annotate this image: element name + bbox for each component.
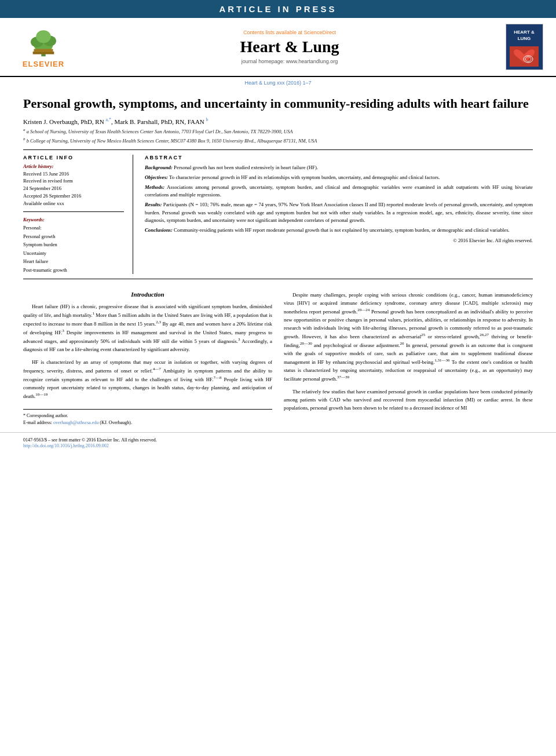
footer-bar: 0147-9563/$ – see front matter © 2016 El… — [0, 432, 556, 451]
abstract-text: Background: Personal growth has not been… — [145, 164, 533, 235]
journal-title: Heart & Lung — [240, 38, 339, 56]
left-column: Introduction Heart failure (HF) is a chr… — [23, 291, 272, 426]
intro-body-text: Heart failure (HF) is a chronic, progres… — [23, 302, 272, 400]
heart-lung-logo-img: HEART & LUNG — [506, 24, 543, 70]
issn-text: 0147-9563/$ – see front matter © 2016 El… — [23, 437, 157, 443]
article-in-press-banner: ARTICLE IN PRESS — [0, 0, 556, 18]
doi-link[interactable]: http://dx.doi.org/10.1016/j.hrtlng.2016.… — [23, 443, 109, 448]
doi-line: Heart & Lung xxx (2016) 1–7 — [23, 77, 533, 89]
article-info-title: ARTICLE INFO — [23, 155, 124, 160]
copyright: © 2016 Elsevier Inc. All rights reserved… — [145, 238, 533, 243]
right-column: Despite many challenges, people coping w… — [284, 291, 533, 426]
divider-2 — [23, 279, 533, 279]
conclusions-label: Conclusions: — [145, 227, 173, 233]
elsevier-logo: ELSEVIER — [12, 24, 75, 70]
divider-1 — [23, 149, 533, 150]
objectives-label: Objectives: — [145, 174, 168, 180]
heart-lung-logo: HEART & LUNG — [504, 24, 544, 70]
svg-point-4 — [36, 30, 51, 43]
introduction-heading: Introduction — [23, 291, 272, 298]
results-label: Results: — [145, 202, 162, 207]
background-label: Background: — [145, 165, 173, 170]
divider-info — [23, 211, 124, 212]
main-content: Introduction Heart failure (HF) is a chr… — [23, 291, 533, 426]
sciencedirect-link: Contents lists available at ScienceDirec… — [243, 30, 336, 35]
article-info-abstract: ARTICLE INFO Article history: Received 1… — [23, 155, 533, 274]
elsevier-tree-icon — [20, 26, 67, 58]
history-text: Received 15 June 2016 Received in revise… — [23, 170, 124, 207]
keywords-label: Keywords: — [23, 217, 124, 222]
email-line: E-mail address: overhaugh@uthscsa.edu (K… — [23, 419, 272, 426]
elsevier-wordmark: ELSEVIER — [23, 60, 64, 68]
article-info-panel: ARTICLE INFO Article history: Received 1… — [23, 155, 133, 274]
footnote-area: * Corresponding author. E-mail address: … — [23, 409, 272, 426]
affiliation-b: b b College of Nursing, University of Ne… — [23, 137, 533, 145]
footer-left: 0147-9563/$ – see front matter © 2016 El… — [23, 437, 157, 448]
svg-rect-6 — [34, 49, 53, 52]
corresponding-author: * Corresponding author. — [23, 412, 272, 419]
journal-homepage: journal homepage: www.heartandlung.org — [242, 59, 338, 64]
right-body-text: Despite many challenges, people coping w… — [284, 291, 533, 412]
abstract-section: ABSTRACT Background: Personal growth has… — [145, 155, 533, 274]
abstract-title: ABSTRACT — [145, 155, 533, 160]
affiliation-a: a a School of Nursing, University of Tex… — [23, 127, 533, 136]
authors: Kristen J. Overbaugh, PhD, RN a,*, Mark … — [23, 117, 533, 125]
journal-center: Contents lists available at ScienceDirec… — [81, 24, 498, 70]
methods-label: Methods: — [145, 184, 164, 190]
page-body: Heart & Lung xxx (2016) 1–7 Personal gro… — [0, 77, 556, 426]
keywords-list: Personal: Personal growth Symptom burden… — [23, 224, 124, 274]
journal-header: ELSEVIER Contents lists available at Sci… — [0, 18, 556, 77]
history-label: Article history: — [23, 163, 124, 169]
article-title: Personal growth, symptoms, and uncertain… — [23, 96, 533, 112]
